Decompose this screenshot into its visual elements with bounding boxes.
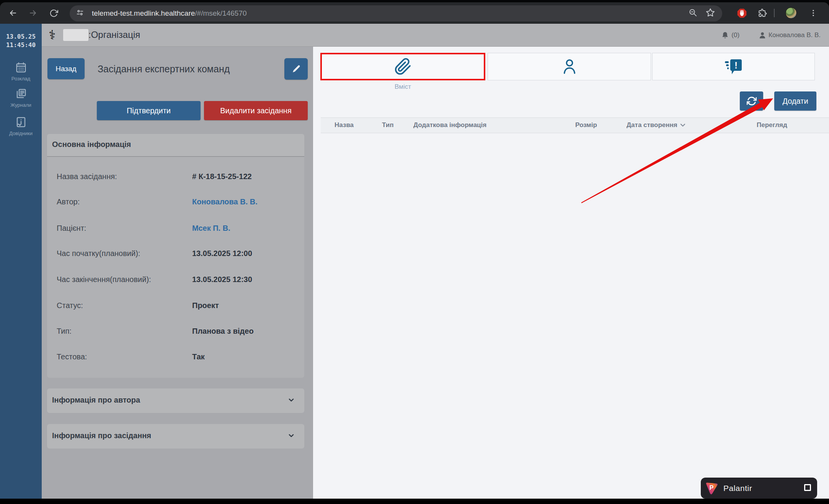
- field-label: Назва засідання:: [57, 172, 117, 181]
- svg-text:P: P: [710, 484, 714, 491]
- column-header-type[interactable]: Тип: [382, 121, 393, 129]
- organization-title: :Організація: [88, 29, 140, 40]
- bookmark-star-icon[interactable]: [706, 8, 715, 19]
- svg-text:!: !: [734, 60, 738, 70]
- sidebar-date: 13.05.25: [0, 33, 42, 40]
- field-row-patient: Пацієнт: Мсек П. В.: [47, 224, 304, 235]
- redacted-org-name: [63, 29, 88, 41]
- sidebar-item-label: Розклад: [0, 76, 42, 82]
- field-row-start-time: Час початку(плановий): 13.05.2025 12:00: [47, 249, 304, 261]
- palantir-logo-icon: P: [704, 481, 719, 496]
- field-row-end-time: Час закінчення(плановий): 13.05.2025 12:…: [47, 275, 304, 287]
- refresh-icon: [747, 96, 757, 106]
- browser-menu-button[interactable]: [808, 7, 819, 19]
- sidebar-item-journals[interactable]: Журнали: [0, 88, 42, 108]
- palantir-label: Palantir: [723, 484, 752, 493]
- sort-chevron-icon: [679, 121, 687, 129]
- back-arrow-icon: [8, 8, 18, 18]
- patient-link[interactable]: Мсек П. В.: [192, 224, 230, 233]
- reference-book-icon: [15, 116, 27, 128]
- tab-messages[interactable]: !: [652, 53, 815, 80]
- field-label: Час початку(плановий):: [57, 249, 140, 258]
- site-settings-icon[interactable]: [76, 8, 84, 18]
- notifications-count: (0): [731, 31, 739, 39]
- refresh-button[interactable]: [740, 91, 763, 111]
- delete-meeting-button[interactable]: Видалити засідання: [204, 101, 308, 120]
- tune-icon: [76, 8, 84, 17]
- chat-alert-icon: !: [725, 58, 743, 75]
- field-label: Статус:: [57, 301, 83, 310]
- bottom-black-strip: [0, 499, 829, 504]
- field-row-status: Статус: Проект: [47, 301, 304, 313]
- column-header-name[interactable]: Назва: [335, 121, 354, 129]
- column-header-size[interactable]: Розмір: [575, 121, 597, 129]
- browser-reload-button[interactable]: [47, 7, 60, 20]
- attachments-table-header: Назва Тип Додаткова інформація Розмір Да…: [321, 117, 829, 133]
- meeting-details-panel: Назад Засідання експертних команд Підтве…: [42, 47, 313, 499]
- field-row-test: Тестова: Так: [47, 352, 304, 364]
- calendar-icon: [15, 62, 27, 73]
- browser-chrome: telemed-test.medlink.healthcare/#/msek/1…: [0, 0, 829, 24]
- bell-icon: [721, 31, 729, 39]
- three-dot-menu-icon: [809, 9, 818, 17]
- palantir-widget[interactable]: P Palantir: [701, 478, 817, 499]
- field-label: Автор:: [57, 197, 80, 206]
- url-path: /#/msek/146570: [195, 9, 246, 17]
- app-sidebar: 13.05.25 11:45:40 Розклад Журнали Довідн…: [0, 24, 42, 499]
- edit-meeting-button[interactable]: [284, 58, 308, 80]
- notifications-button[interactable]: (0): [721, 31, 739, 39]
- browser-forward-button[interactable]: [26, 7, 39, 20]
- forward-arrow-icon: [28, 8, 38, 18]
- reload-icon: [49, 9, 58, 18]
- meeting-info-section-toggle[interactable]: Інформація про засідання: [47, 424, 304, 449]
- adblock-extension-icon[interactable]: [736, 8, 747, 18]
- field-label: Тип:: [57, 327, 72, 336]
- field-label: Пацієнт:: [57, 224, 86, 233]
- person-icon: [561, 58, 578, 75]
- toolbar-divider: [774, 9, 775, 17]
- puzzle-icon: [758, 8, 767, 18]
- sidebar-time: 11:45:40: [0, 41, 42, 49]
- chevron-down-icon: [287, 396, 295, 405]
- browser-toolbar: telemed-test.medlink.healthcare/#/msek/1…: [0, 2, 829, 24]
- column-header-extra-info[interactable]: Додаткова інформація: [413, 121, 486, 129]
- add-button[interactable]: Додати: [774, 91, 816, 111]
- column-header-created-date[interactable]: Дата створення: [627, 121, 687, 129]
- field-value: Планова з відео: [192, 327, 254, 336]
- address-bar[interactable]: telemed-test.medlink.healthcare/#/msek/1…: [70, 5, 722, 21]
- field-value: 13.05.2025 12:30: [192, 275, 252, 284]
- tab-participants[interactable]: [488, 53, 651, 80]
- section-title: Інформація про автора: [52, 396, 140, 405]
- magnifier-minus-icon: [689, 8, 697, 17]
- app-header: ⚕ :Організація (0) Коновалова В. В.: [42, 24, 829, 47]
- field-value: 13.05.2025 12:00: [192, 249, 252, 258]
- sidebar-item-label: Довідники: [0, 130, 42, 136]
- active-tab-label: Вміст: [320, 83, 485, 91]
- tab-attachments[interactable]: [320, 53, 485, 80]
- zoom-out-icon[interactable]: [689, 8, 697, 19]
- user-icon: [759, 31, 766, 39]
- content-panel: ! Вміст Додати Назва Тип Додаткова інфор…: [313, 47, 829, 499]
- main-info-header: Основна інформація: [47, 134, 304, 157]
- author-info-section-toggle[interactable]: Інформація про автора: [47, 388, 304, 413]
- status-value: Проект: [192, 301, 219, 310]
- user-menu-button[interactable]: Коновалова В. В.: [759, 31, 821, 39]
- restore-window-icon[interactable]: [804, 484, 811, 491]
- confirm-button[interactable]: Підтвердити: [97, 101, 201, 120]
- sidebar-item-schedule[interactable]: Розклад: [0, 62, 42, 82]
- section-title: Основна інформація: [52, 140, 131, 149]
- chevron-down-icon: [287, 432, 295, 441]
- sidebar-item-directories[interactable]: Довідники: [0, 116, 42, 136]
- browser-profile-avatar[interactable]: [785, 7, 797, 19]
- stop-hand-icon: [737, 8, 747, 18]
- user-name: Коновалова В. В.: [769, 31, 821, 39]
- column-header-preview[interactable]: Перегляд: [757, 121, 787, 129]
- url-text[interactable]: telemed-test.medlink.healthcare/#/msek/1…: [92, 9, 247, 18]
- star-icon: [706, 8, 715, 17]
- author-link[interactable]: Коновалова В. В.: [192, 197, 258, 206]
- field-value: Так: [192, 352, 205, 361]
- back-button[interactable]: Назад: [47, 58, 85, 79]
- browser-back-button[interactable]: [7, 7, 20, 20]
- field-row-name: Назва засідання: # К-18-15-25-122: [47, 172, 304, 184]
- extensions-puzzle-icon[interactable]: [757, 8, 768, 18]
